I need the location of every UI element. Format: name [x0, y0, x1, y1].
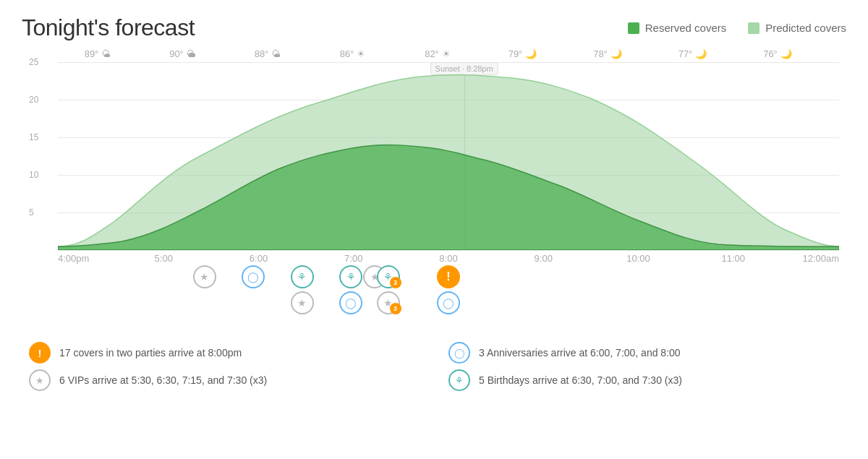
weather-icon-3: ☀ [357, 48, 365, 59]
y-label-5: 5 [29, 207, 34, 218]
weather-icon-0: 🌤 [101, 48, 111, 59]
weather-item-8: 76° 🌙 [738, 48, 817, 59]
footer-vip: ★ 6 VIPs arrive at 5:30, 6:30, 7:15, and… [29, 369, 420, 391]
weather-item-1: 90° 🌥 [143, 48, 223, 59]
main-container: Tonight's forecast Reserved covers Predi… [0, 0, 868, 459]
footer-birthday: ⚘ 5 Birthdays arrive at 6:30, 7:00, and … [448, 369, 839, 391]
vip-icon-630: ★ [291, 291, 314, 314]
badge-3-vip: 3 [390, 303, 401, 314]
weather-icon-5: 🌙 [525, 48, 537, 59]
y-label-15: 15 [29, 132, 38, 142]
x-label-4pm: 4:00pm [58, 253, 109, 264]
predicted-label: Predicted covers [765, 22, 846, 34]
x-label-10: 10:00 [599, 253, 678, 264]
icon-birthday-730-badge[interactable]: ⚘ 3 [388, 265, 412, 288]
birthday-icon-730: ⚘ 3 [377, 265, 400, 288]
weather-row: 89° 🌤 90° 🌥 88° 🌤 86° ☀ 82° ☀ 79° 🌙 78° … [22, 48, 846, 59]
reserved-label: Reserved covers [645, 22, 727, 34]
birthday-icon-700: ⚘ [339, 265, 362, 288]
footer-vip-icon: ★ [29, 369, 51, 391]
x-label-7: 7:00 [314, 253, 393, 264]
vip-icon-730: ★ 3 [377, 291, 400, 314]
legend: Reserved covers Predicted covers [628, 22, 846, 34]
legend-reserved: Reserved covers [628, 22, 727, 34]
footer-birthday-icon: ⚘ [448, 369, 470, 391]
badge-3-birthday: 3 [390, 277, 401, 288]
icon-vip-730-badge[interactable]: ★ 3 [388, 291, 412, 314]
weather-item-5: 79° 🌙 [483, 48, 563, 59]
weather-icon-2: 🌤 [271, 48, 281, 59]
chart-svg [58, 62, 839, 250]
alert-icon-800: ! [437, 265, 460, 288]
x-label-5: 5:00 [124, 253, 203, 264]
reserved-swatch [628, 22, 639, 34]
footer-alert-text: 17 covers in two parties arrive at 8:00p… [59, 347, 242, 359]
weather-item-0: 89° 🌤 [58, 48, 137, 59]
weather-item-4: 82° ☀ [398, 48, 477, 59]
footer-anniversary: ◯ 3 Anniversaries arrive at 6:00, 7:00, … [448, 342, 839, 364]
anniversary-icon: ◯ [242, 265, 265, 288]
y-label-20: 20 [29, 95, 38, 105]
grid-line-0 [58, 250, 839, 251]
anniversary-icon-800: ◯ [437, 291, 460, 314]
x-label-8: 8:00 [409, 253, 488, 264]
weather-item-2: 88° 🌤 [228, 48, 307, 59]
weather-icon-4: ☀ [442, 48, 451, 59]
footer-vip-text: 6 VIPs arrive at 5:30, 6:30, 7:15, and 7… [59, 374, 267, 386]
x-axis: 4:00pm 5:00 6:00 7:00 8:00 9:00 10:00 11… [58, 253, 839, 264]
footer-alert-icon: ! [29, 342, 51, 364]
x-label-11: 11:00 [694, 253, 773, 264]
footer-anniversary-text: 3 Anniversaries arrive at 6:00, 7:00, an… [479, 347, 681, 359]
predicted-swatch [748, 22, 760, 34]
weather-item-7: 77° 🌙 [653, 48, 733, 59]
footer-anniversary-icon: ◯ [448, 342, 470, 364]
weather-icon-1: 🌥 [187, 48, 196, 59]
header: Tonight's forecast Reserved covers Predi… [22, 14, 846, 41]
weather-icon-7: 🌙 [695, 48, 707, 59]
y-label-25: 25 [29, 57, 38, 67]
footer: ! 17 covers in two parties arrive at 8:0… [22, 342, 846, 391]
footer-birthday-text: 5 Birthdays arrive at 6:30, 7:00, and 7:… [479, 374, 682, 386]
chart-area: 25 20 15 10 5 Sunset · 8:28pm [58, 62, 839, 250]
weather-item-6: 78° 🌙 [568, 48, 647, 59]
page-title: Tonight's forecast [22, 14, 195, 41]
x-label-9: 9:00 [503, 253, 583, 264]
y-label-10: 10 [29, 170, 38, 180]
anniversary-icon-700: ◯ [339, 291, 362, 314]
weather-icon-6: 🌙 [610, 48, 622, 59]
legend-predicted: Predicted covers [748, 22, 846, 34]
weather-icon-8: 🌙 [780, 48, 792, 59]
birthday-icon: ⚘ [291, 265, 314, 288]
icons-row: ★ ◯ ⚘ ★ ⚘ ◯ ★ ⚘ 3 [58, 265, 839, 330]
footer-alert: ! 17 covers in two parties arrive at 8:0… [29, 342, 420, 364]
weather-item-3: 86° ☀ [313, 48, 393, 59]
x-label-12am: 12:00am [788, 253, 839, 264]
x-label-6: 6:00 [219, 253, 299, 264]
vip-icon: ★ [193, 265, 216, 288]
